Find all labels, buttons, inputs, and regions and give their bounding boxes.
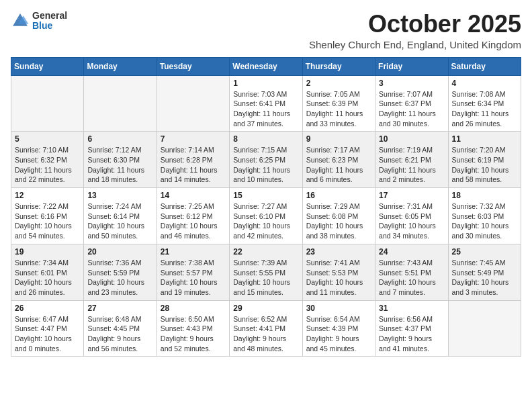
day-number: 20: [87, 247, 152, 257]
day-info: Sunrise: 6:56 AM Sunset: 4:37 PM Dayligh…: [379, 314, 444, 354]
day-info: Sunrise: 7:14 AM Sunset: 6:28 PM Dayligh…: [161, 145, 226, 185]
day-number: 13: [87, 191, 152, 200]
day-number: 10: [379, 134, 444, 144]
calendar-cell: 20Sunrise: 7:36 AM Sunset: 5:59 PM Dayli…: [84, 244, 157, 300]
day-number: 25: [452, 247, 517, 257]
calendar-cell: 1Sunrise: 7:03 AM Sunset: 6:41 PM Daylig…: [230, 75, 302, 132]
day-info: Sunrise: 7:20 AM Sunset: 6:19 PM Dayligh…: [452, 145, 517, 185]
location: Shenley Church End, England, United King…: [309, 39, 521, 50]
day-info: Sunrise: 6:50 AM Sunset: 4:43 PM Dayligh…: [161, 314, 226, 354]
day-number: 1: [233, 79, 298, 88]
calendar-cell: [157, 75, 229, 132]
calendar-cell: 14Sunrise: 7:25 AM Sunset: 6:12 PM Dayli…: [157, 188, 229, 244]
day-number: 16: [306, 191, 371, 200]
calendar-cell: 22Sunrise: 7:39 AM Sunset: 5:55 PM Dayli…: [230, 244, 302, 300]
calendar-cell: [84, 75, 157, 132]
weekday-header-saturday: Saturday: [448, 57, 521, 75]
calendar-cell: 16Sunrise: 7:29 AM Sunset: 6:08 PM Dayli…: [302, 188, 375, 244]
day-info: Sunrise: 7:22 AM Sunset: 6:16 PM Dayligh…: [15, 201, 80, 241]
day-number: 12: [15, 191, 80, 200]
calendar-week-row: 26Sunrise: 6:47 AM Sunset: 4:47 PM Dayli…: [11, 300, 521, 357]
day-info: Sunrise: 7:10 AM Sunset: 6:32 PM Dayligh…: [15, 145, 80, 185]
calendar-cell: 7Sunrise: 7:14 AM Sunset: 6:28 PM Daylig…: [157, 132, 229, 188]
calendar-cell: 12Sunrise: 7:22 AM Sunset: 6:16 PM Dayli…: [11, 188, 84, 244]
weekday-header-friday: Friday: [375, 57, 448, 75]
calendar-cell: 4Sunrise: 7:08 AM Sunset: 6:34 PM Daylig…: [448, 75, 521, 132]
day-info: Sunrise: 7:07 AM Sunset: 6:37 PM Dayligh…: [379, 89, 444, 129]
day-info: Sunrise: 7:08 AM Sunset: 6:34 PM Dayligh…: [452, 89, 517, 129]
day-info: Sunrise: 7:31 AM Sunset: 6:05 PM Dayligh…: [379, 201, 444, 241]
day-info: Sunrise: 7:12 AM Sunset: 6:30 PM Dayligh…: [87, 145, 152, 185]
logo-text: General Blue: [32, 11, 67, 32]
calendar-cell: 21Sunrise: 7:38 AM Sunset: 5:57 PM Dayli…: [157, 244, 229, 300]
day-number: 28: [161, 304, 226, 313]
calendar-cell: 10Sunrise: 7:19 AM Sunset: 6:21 PM Dayli…: [375, 132, 448, 188]
day-number: 6: [87, 134, 152, 144]
calendar-cell: 28Sunrise: 6:50 AM Sunset: 4:43 PM Dayli…: [157, 300, 229, 357]
calendar-week-row: 1Sunrise: 7:03 AM Sunset: 6:41 PM Daylig…: [11, 75, 521, 132]
logo-blue: Blue: [32, 21, 67, 31]
day-number: 29: [233, 304, 298, 313]
calendar-cell: 23Sunrise: 7:41 AM Sunset: 5:53 PM Dayli…: [302, 244, 375, 300]
logo: General Blue: [11, 11, 67, 32]
month-title: October 2025: [309, 11, 521, 38]
title-block: October 2025 Shenley Church End, England…: [309, 11, 521, 50]
day-number: 21: [161, 247, 226, 257]
day-number: 31: [379, 304, 444, 313]
weekday-header-tuesday: Tuesday: [157, 57, 229, 75]
calendar-cell: 13Sunrise: 7:24 AM Sunset: 6:14 PM Dayli…: [84, 188, 157, 244]
calendar-cell: 24Sunrise: 7:43 AM Sunset: 5:51 PM Dayli…: [375, 244, 448, 300]
weekday-header-thursday: Thursday: [302, 57, 375, 75]
calendar-cell: 11Sunrise: 7:20 AM Sunset: 6:19 PM Dayli…: [448, 132, 521, 188]
calendar-cell: 19Sunrise: 7:34 AM Sunset: 6:01 PM Dayli…: [11, 244, 84, 300]
day-info: Sunrise: 7:39 AM Sunset: 5:55 PM Dayligh…: [233, 258, 298, 298]
day-info: Sunrise: 7:03 AM Sunset: 6:41 PM Dayligh…: [233, 89, 298, 129]
day-number: 24: [379, 247, 444, 257]
calendar-cell: 8Sunrise: 7:15 AM Sunset: 6:25 PM Daylig…: [230, 132, 302, 188]
calendar-cell: 18Sunrise: 7:32 AM Sunset: 6:03 PM Dayli…: [448, 188, 521, 244]
calendar-cell: 25Sunrise: 7:45 AM Sunset: 5:49 PM Dayli…: [448, 244, 521, 300]
day-info: Sunrise: 7:17 AM Sunset: 6:23 PM Dayligh…: [306, 145, 371, 185]
day-info: Sunrise: 6:47 AM Sunset: 4:47 PM Dayligh…: [15, 314, 80, 354]
day-number: 14: [161, 191, 226, 200]
day-info: Sunrise: 7:36 AM Sunset: 5:59 PM Dayligh…: [87, 258, 152, 298]
calendar-cell: 5Sunrise: 7:10 AM Sunset: 6:32 PM Daylig…: [11, 132, 84, 188]
day-number: 11: [452, 134, 517, 144]
weekday-header-sunday: Sunday: [11, 57, 84, 75]
day-number: 9: [306, 134, 371, 144]
day-number: 27: [87, 304, 152, 313]
day-info: Sunrise: 7:27 AM Sunset: 6:10 PM Dayligh…: [233, 201, 298, 241]
day-number: 18: [452, 191, 517, 200]
day-info: Sunrise: 6:54 AM Sunset: 4:39 PM Dayligh…: [306, 314, 371, 354]
calendar-cell: 9Sunrise: 7:17 AM Sunset: 6:23 PM Daylig…: [302, 132, 375, 188]
logo-icon: [11, 11, 30, 30]
weekday-header-wednesday: Wednesday: [230, 57, 302, 75]
calendar-week-row: 5Sunrise: 7:10 AM Sunset: 6:32 PM Daylig…: [11, 132, 521, 188]
logo-general: General: [32, 11, 67, 21]
day-number: 8: [233, 134, 298, 144]
day-number: 7: [161, 134, 226, 144]
day-number: 3: [379, 79, 444, 88]
calendar-cell: 31Sunrise: 6:56 AM Sunset: 4:37 PM Dayli…: [375, 300, 448, 357]
day-info: Sunrise: 7:19 AM Sunset: 6:21 PM Dayligh…: [379, 145, 444, 185]
calendar: SundayMondayTuesdayWednesdayThursdayFrid…: [11, 57, 521, 357]
day-number: 30: [306, 304, 371, 313]
calendar-cell: 17Sunrise: 7:31 AM Sunset: 6:05 PM Dayli…: [375, 188, 448, 244]
day-info: Sunrise: 7:25 AM Sunset: 6:12 PM Dayligh…: [161, 201, 226, 241]
calendar-cell: 6Sunrise: 7:12 AM Sunset: 6:30 PM Daylig…: [84, 132, 157, 188]
calendar-cell: 15Sunrise: 7:27 AM Sunset: 6:10 PM Dayli…: [230, 188, 302, 244]
day-number: 15: [233, 191, 298, 200]
day-info: Sunrise: 6:48 AM Sunset: 4:45 PM Dayligh…: [87, 314, 152, 354]
day-info: Sunrise: 7:34 AM Sunset: 6:01 PM Dayligh…: [15, 258, 80, 298]
day-info: Sunrise: 7:15 AM Sunset: 6:25 PM Dayligh…: [233, 145, 298, 185]
day-info: Sunrise: 7:32 AM Sunset: 6:03 PM Dayligh…: [452, 201, 517, 241]
day-number: 17: [379, 191, 444, 200]
day-info: Sunrise: 7:38 AM Sunset: 5:57 PM Dayligh…: [161, 258, 226, 298]
day-number: 5: [15, 134, 80, 144]
calendar-cell: 3Sunrise: 7:07 AM Sunset: 6:37 PM Daylig…: [375, 75, 448, 132]
calendar-cell: 29Sunrise: 6:52 AM Sunset: 4:41 PM Dayli…: [230, 300, 302, 357]
calendar-cell: 26Sunrise: 6:47 AM Sunset: 4:47 PM Dayli…: [11, 300, 84, 357]
day-info: Sunrise: 7:24 AM Sunset: 6:14 PM Dayligh…: [87, 201, 152, 241]
calendar-cell: 2Sunrise: 7:05 AM Sunset: 6:39 PM Daylig…: [302, 75, 375, 132]
weekday-header-row: SundayMondayTuesdayWednesdayThursdayFrid…: [11, 57, 521, 75]
